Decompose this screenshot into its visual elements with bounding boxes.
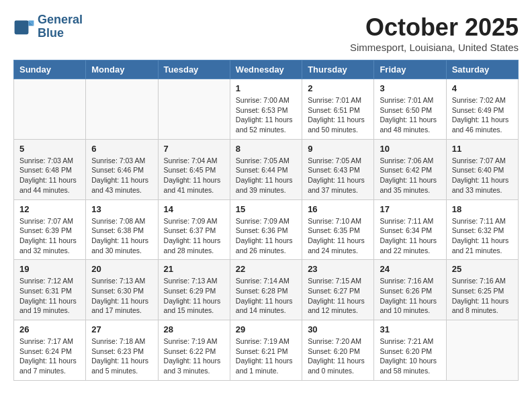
day-number: 24 (380, 264, 440, 274)
calendar-cell: 27Sunrise: 7:18 AMSunset: 6:23 PMDayligh… (86, 320, 158, 381)
day-info: Sunrise: 7:01 AMSunset: 6:51 PMDaylight:… (308, 95, 368, 135)
calendar-cell: 10Sunrise: 7:06 AMSunset: 6:42 PMDayligh… (374, 139, 446, 199)
weekday-header-friday: Friday (374, 60, 446, 79)
day-info: Sunrise: 7:19 AMSunset: 6:21 PMDaylight:… (236, 336, 296, 376)
day-number: 21 (164, 264, 224, 274)
calendar-cell: 15Sunrise: 7:09 AMSunset: 6:36 PMDayligh… (230, 199, 302, 260)
calendar-cell: 11Sunrise: 7:07 AMSunset: 6:40 PMDayligh… (446, 139, 518, 199)
day-number: 5 (19, 144, 80, 154)
day-number: 6 (91, 144, 152, 154)
calendar-cell: 31Sunrise: 7:21 AMSunset: 6:20 PMDayligh… (374, 320, 446, 381)
day-info: Sunrise: 7:05 AMSunset: 6:44 PMDaylight:… (236, 156, 296, 195)
calendar-cell: 12Sunrise: 7:07 AMSunset: 6:39 PMDayligh… (14, 199, 86, 260)
day-number: 31 (380, 324, 440, 334)
day-number: 2 (308, 83, 368, 93)
calendar-cell: 28Sunrise: 7:19 AMSunset: 6:22 PMDayligh… (158, 320, 230, 381)
day-info: Sunrise: 7:03 AMSunset: 6:46 PMDaylight:… (91, 156, 152, 195)
day-info: Sunrise: 7:09 AMSunset: 6:37 PMDaylight:… (164, 216, 224, 256)
calendar-cell: 16Sunrise: 7:10 AMSunset: 6:35 PMDayligh… (302, 199, 374, 260)
weekday-header-row: SundayMondayTuesdayWednesdayThursdayFrid… (14, 60, 519, 79)
day-info: Sunrise: 7:15 AMSunset: 6:27 PMDaylight:… (308, 276, 368, 316)
calendar-cell: 17Sunrise: 7:11 AMSunset: 6:34 PMDayligh… (374, 199, 446, 260)
day-info: Sunrise: 7:12 AMSunset: 6:31 PMDaylight:… (19, 276, 80, 316)
calendar-week-2: 5Sunrise: 7:03 AMSunset: 6:48 PMDaylight… (14, 139, 519, 199)
day-info: Sunrise: 7:07 AMSunset: 6:39 PMDaylight:… (19, 216, 80, 256)
calendar-week-1: 1Sunrise: 7:00 AMSunset: 6:53 PMDaylight… (14, 79, 519, 140)
day-number: 26 (19, 324, 80, 334)
day-info: Sunrise: 7:07 AMSunset: 6:40 PMDaylight:… (452, 156, 513, 195)
calendar-cell: 14Sunrise: 7:09 AMSunset: 6:37 PMDayligh… (158, 199, 230, 260)
calendar-table: SundayMondayTuesdayWednesdayThursdayFrid… (13, 60, 519, 381)
day-info: Sunrise: 7:09 AMSunset: 6:36 PMDaylight:… (236, 216, 296, 256)
calendar-cell: 1Sunrise: 7:00 AMSunset: 6:53 PMDaylight… (230, 79, 302, 140)
day-number: 25 (452, 264, 513, 274)
day-number: 27 (91, 324, 152, 334)
day-number: 23 (308, 264, 368, 274)
day-info: Sunrise: 7:14 AMSunset: 6:28 PMDaylight:… (236, 276, 296, 316)
logo-text: General Blue (38, 13, 83, 40)
day-info: Sunrise: 7:13 AMSunset: 6:29 PMDaylight:… (164, 276, 224, 316)
day-info: Sunrise: 7:20 AMSunset: 6:20 PMDaylight:… (308, 336, 368, 376)
logo: General Blue (13, 13, 83, 40)
calendar-cell: 3Sunrise: 7:01 AMSunset: 6:50 PMDaylight… (374, 79, 446, 140)
calendar-cell: 18Sunrise: 7:11 AMSunset: 6:32 PMDayligh… (446, 199, 518, 260)
day-info: Sunrise: 7:13 AMSunset: 6:30 PMDaylight:… (91, 276, 152, 316)
day-number: 1 (236, 83, 296, 93)
calendar-cell: 5Sunrise: 7:03 AMSunset: 6:48 PMDaylight… (14, 139, 86, 199)
calendar-cell: 21Sunrise: 7:13 AMSunset: 6:29 PMDayligh… (158, 260, 230, 320)
calendar-cell: 8Sunrise: 7:05 AMSunset: 6:44 PMDaylight… (230, 139, 302, 199)
day-info: Sunrise: 7:04 AMSunset: 6:45 PMDaylight:… (164, 156, 224, 195)
calendar-cell: 23Sunrise: 7:15 AMSunset: 6:27 PMDayligh… (302, 260, 374, 320)
calendar-week-5: 26Sunrise: 7:17 AMSunset: 6:24 PMDayligh… (14, 320, 519, 381)
day-number: 30 (308, 324, 368, 334)
day-number: 7 (164, 144, 224, 154)
day-number: 14 (164, 204, 224, 214)
day-number: 22 (236, 264, 296, 274)
calendar-cell: 20Sunrise: 7:13 AMSunset: 6:30 PMDayligh… (86, 260, 158, 320)
day-number: 4 (452, 83, 513, 93)
day-number: 17 (380, 204, 440, 214)
day-info: Sunrise: 7:01 AMSunset: 6:50 PMDaylight:… (380, 95, 440, 135)
calendar-cell: 2Sunrise: 7:01 AMSunset: 6:51 PMDaylight… (302, 79, 374, 140)
day-info: Sunrise: 7:21 AMSunset: 6:20 PMDaylight:… (380, 336, 440, 376)
day-number: 29 (236, 324, 296, 334)
calendar-cell: 26Sunrise: 7:17 AMSunset: 6:24 PMDayligh… (14, 320, 86, 381)
calendar-cell: 4Sunrise: 7:02 AMSunset: 6:49 PMDaylight… (446, 79, 518, 140)
day-info: Sunrise: 7:16 AMSunset: 6:26 PMDaylight:… (380, 276, 440, 316)
calendar-cell: 6Sunrise: 7:03 AMSunset: 6:46 PMDaylight… (86, 139, 158, 199)
logo-line1: General (38, 13, 83, 27)
calendar-cell: 22Sunrise: 7:14 AMSunset: 6:28 PMDayligh… (230, 260, 302, 320)
calendar-cell: 19Sunrise: 7:12 AMSunset: 6:31 PMDayligh… (14, 260, 86, 320)
day-info: Sunrise: 7:11 AMSunset: 6:32 PMDaylight:… (452, 216, 513, 256)
day-info: Sunrise: 7:00 AMSunset: 6:53 PMDaylight:… (236, 95, 296, 135)
day-number: 16 (308, 204, 368, 214)
calendar-cell (86, 79, 158, 140)
day-number: 28 (164, 324, 224, 334)
logo-icon (13, 16, 35, 38)
svg-rect-0 (15, 20, 29, 34)
day-number: 19 (19, 264, 80, 274)
location: Simmesport, Louisiana, United States (350, 42, 519, 53)
weekday-header-saturday: Saturday (446, 60, 518, 79)
title-area: October 2025 Simmesport, Louisiana, Unit… (350, 13, 519, 53)
day-info: Sunrise: 7:08 AMSunset: 6:38 PMDaylight:… (91, 216, 152, 256)
calendar-cell (158, 79, 230, 140)
day-info: Sunrise: 7:03 AMSunset: 6:48 PMDaylight:… (19, 156, 80, 195)
calendar-cell (14, 79, 86, 140)
calendar-cell: 29Sunrise: 7:19 AMSunset: 6:21 PMDayligh… (230, 320, 302, 381)
page-header: General Blue October 2025 Simmesport, Lo… (13, 13, 519, 53)
weekday-header-monday: Monday (86, 60, 158, 79)
day-number: 13 (91, 204, 152, 214)
day-info: Sunrise: 7:16 AMSunset: 6:25 PMDaylight:… (452, 276, 513, 316)
day-number: 9 (308, 144, 368, 154)
day-number: 18 (452, 204, 513, 214)
day-number: 15 (236, 204, 296, 214)
calendar-cell: 24Sunrise: 7:16 AMSunset: 6:26 PMDayligh… (374, 260, 446, 320)
day-info: Sunrise: 7:19 AMSunset: 6:22 PMDaylight:… (164, 336, 224, 376)
calendar-week-4: 19Sunrise: 7:12 AMSunset: 6:31 PMDayligh… (14, 260, 519, 320)
calendar-cell: 9Sunrise: 7:05 AMSunset: 6:43 PMDaylight… (302, 139, 374, 199)
day-number: 11 (452, 144, 513, 154)
day-info: Sunrise: 7:17 AMSunset: 6:24 PMDaylight:… (19, 336, 80, 376)
day-number: 20 (91, 264, 152, 274)
day-number: 12 (19, 204, 80, 214)
